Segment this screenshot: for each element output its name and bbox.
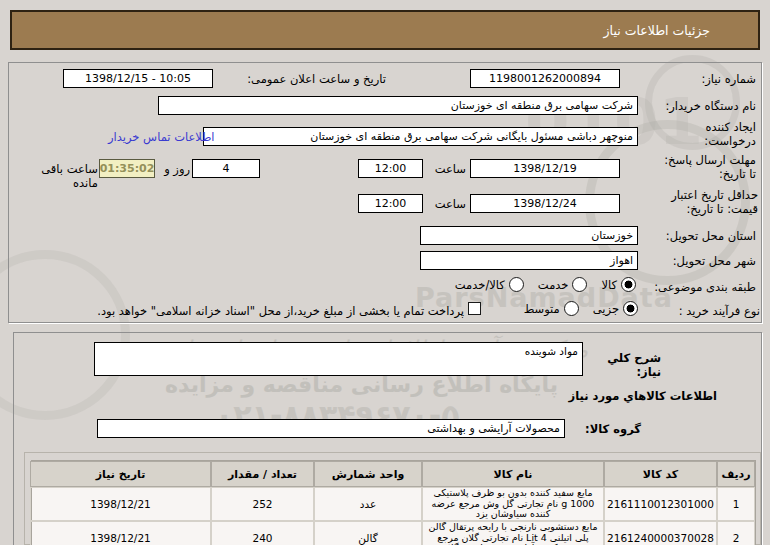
row1-qty: 252 — [211, 487, 314, 521]
row2-qty: 240 — [211, 521, 314, 545]
treasury-note: پرداخت تمام یا بخشی از مبلغ خرید،از محل … — [14, 304, 464, 318]
page-title: جزئیات اطلاعات نیاز — [10, 10, 760, 50]
radio-goods-icon[interactable] — [621, 277, 636, 292]
goods-table[interactable]: ردیف کد کالا نام کالا واحد شمارش تعداد /… — [31, 460, 756, 545]
radio-goods-service-icon[interactable] — [509, 277, 524, 292]
reply-deadline-label: مهلت ارسال پاسخ: تا تاریخ: — [640, 153, 756, 182]
row2-name: مایع دستشویی نارنجی با رایحه پرتقال گالن… — [422, 521, 604, 545]
buyer-name-label: نام دستگاه خریدار: — [640, 99, 756, 113]
buyer-contact-link[interactable]: اطلاعات تماس خریدار — [108, 130, 215, 144]
process-type-label: نوع فرآیند خرید : — [640, 304, 760, 318]
col-header-row-no: ردیف — [717, 461, 755, 487]
row1-need-date: 1398/12/21 — [30, 487, 211, 521]
countdown-timer: 01:35:02 — [99, 159, 155, 178]
row1-no: 1 — [717, 487, 755, 521]
process-type-options: جزیی متوسط — [510, 301, 638, 316]
radio-option-medium[interactable]: متوسط — [524, 301, 579, 316]
delivery-city-field[interactable]: اهواز — [420, 251, 638, 270]
radio-option-goods-service[interactable]: کالا/خدمت — [455, 277, 524, 292]
radio-partial-icon[interactable] — [623, 301, 638, 316]
goods-info-header: اطلاعات کالاهاي مورد نیاز — [545, 389, 717, 403]
radio-option-goods[interactable]: کالا — [601, 277, 636, 292]
announce-datetime-label: تاریخ و ساعت اعلان عمومی: — [216, 72, 386, 86]
goods-group-label: گروه کالا: — [577, 422, 641, 436]
col-header-name: نام کالا — [422, 461, 604, 487]
deadline-hour-label: ساعت — [426, 162, 466, 176]
creator-label: ایجاد کننده درخواست: — [640, 120, 756, 149]
row1-code: 2161110012301000 — [604, 487, 717, 521]
need-number-label: شماره نیاز: — [640, 72, 756, 86]
row2-no: 2 — [717, 521, 755, 545]
radio-medium-icon[interactable] — [564, 301, 579, 316]
need-description-label: شرح کلي نیاز: — [583, 351, 661, 380]
col-header-code: کد کالا — [604, 461, 717, 487]
row1-name: مایع سفید کننده بدون بو ظرف پلاستیکی 100… — [422, 487, 604, 521]
col-header-unit: واحد شمارش — [314, 461, 422, 487]
price-validity-date-field[interactable]: 1398/12/24 — [470, 194, 620, 213]
col-header-qty: تعداد / مقدار — [211, 461, 314, 487]
row2-code: 2161240000370028 — [604, 521, 717, 545]
reply-deadline-time-field[interactable]: 12:00 — [358, 159, 423, 178]
delivery-province-label: استان محل تحویل: — [640, 229, 756, 243]
need-number-field[interactable]: 1198001262000894 — [470, 69, 620, 88]
need-details-page: 0101 ParsNamadData مرکز فن آوری اطلاعات … — [0, 0, 770, 545]
page-title-text: جزئیات اطلاعات نیاز — [604, 23, 710, 38]
radio-option-partial[interactable]: جزیی — [593, 301, 638, 316]
days-remaining-field[interactable]: 4 — [192, 159, 260, 178]
reply-deadline-date-field[interactable]: 1398/12/19 — [470, 159, 620, 178]
row2-unit: گالن — [314, 521, 422, 545]
delivery-city-label: شهر محل تحویل: — [640, 254, 756, 268]
goods-group-field[interactable]: محصولات آرایشی و بهداشتی — [97, 419, 565, 438]
classification-label: طبقه بندی موضوعی: — [640, 280, 756, 294]
announce-datetime-field[interactable]: 1398/12/15 - 10:05 — [63, 69, 213, 88]
remaining-hours-label: ساعت باقی مانده — [14, 162, 98, 191]
radio-option-service[interactable]: خدمت — [538, 277, 588, 292]
row1-unit: عدد — [314, 487, 422, 521]
row2-need-date: 1398/12/21 — [30, 521, 211, 545]
validity-hour-label: ساعت — [426, 197, 466, 211]
need-description-box[interactable]: مواد شوینده — [94, 342, 583, 376]
radio-service-icon[interactable] — [572, 277, 587, 292]
price-validity-time-field[interactable]: 12:00 — [358, 194, 423, 213]
creator-field[interactable]: منوچهر دباشی مسئول بایگانی شرکت سهامی بر… — [203, 127, 638, 146]
delivery-province-field[interactable]: خوزستان — [420, 226, 638, 245]
buyer-name-field[interactable]: شرکت سهامی برق منطقه ای خوزستان — [158, 96, 638, 115]
classification-options: کالا خدمت کالا/خدمت — [408, 277, 636, 292]
days-label: روز و — [156, 162, 190, 176]
col-header-need-date: تاریخ نیاز — [30, 461, 211, 487]
price-validity-label: حداقل تاریخ اعتبار قیمت: تا تاریخ: — [640, 188, 758, 217]
